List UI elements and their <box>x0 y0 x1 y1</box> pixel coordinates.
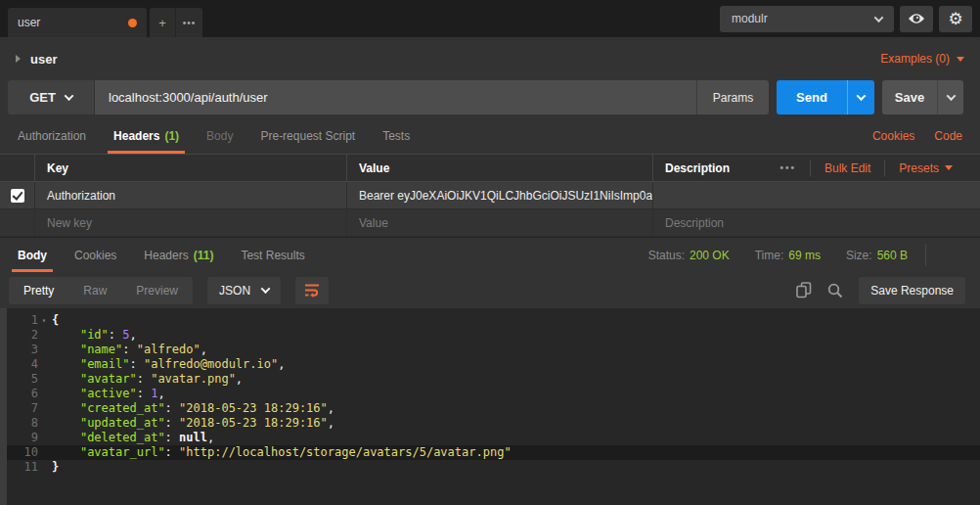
fold-spacer <box>38 401 50 416</box>
row-checkbox-checked[interactable] <box>11 189 24 203</box>
line-number: 7 <box>7 401 38 416</box>
cookies-link[interactable]: Cookies <box>872 129 914 143</box>
header-key-cell[interactable]: Authorization <box>35 182 347 208</box>
tab-authorization[interactable]: Authorization <box>4 117 100 154</box>
code-link[interactable]: Code <box>934 129 962 143</box>
send-label: Send <box>796 90 827 105</box>
copy-response-button[interactable] <box>796 282 812 298</box>
tab-pre-request-script[interactable]: Pre-request Script <box>246 117 369 154</box>
environment-select[interactable]: modulr <box>720 6 894 32</box>
line-number: 8 <box>7 416 38 431</box>
code-line: 1▾{ <box>7 313 980 328</box>
word-wrap-button[interactable] <box>295 277 329 304</box>
new-value-input[interactable]: Value <box>347 209 653 236</box>
request-tab-user[interactable]: user <box>8 8 147 37</box>
line-number: 1 <box>7 313 38 328</box>
code-text: "created_at": "2018-05-23 18:29:16", <box>50 401 334 416</box>
settings-button[interactable]: ⚙ <box>939 6 972 32</box>
examples-label: Examples (0) <box>880 52 950 66</box>
eye-icon <box>908 13 925 24</box>
headers-count-badge: (1) <box>164 129 179 143</box>
fold-spacer <box>38 372 50 387</box>
save-response-button[interactable]: Save Response <box>859 277 965 304</box>
code-line: 9 "deleted_at": null, <box>7 431 980 445</box>
tab-headers-label: Headers <box>113 129 159 143</box>
chevron-down-icon <box>874 13 884 23</box>
view-preview-label: Preview <box>136 284 178 298</box>
tab-tests[interactable]: Tests <box>369 117 423 154</box>
bulk-edit-link[interactable]: Bulk Edit <box>811 161 884 175</box>
send-button[interactable]: Send <box>777 80 847 115</box>
tab-authorization-label: Authorization <box>18 129 86 143</box>
fold-spacer <box>38 328 50 343</box>
plus-icon: + <box>158 16 166 30</box>
toolbar-right: Save Response <box>796 277 971 304</box>
tab-headers[interactable]: Headers (1) <box>100 117 193 154</box>
code-line: 5 "avatar": "avatar.png", <box>7 372 980 387</box>
size-label: Size: <box>846 249 872 262</box>
environment-quicklook-button[interactable] <box>900 6 933 32</box>
collapse-arrow-icon[interactable] <box>16 55 21 63</box>
new-description-input[interactable]: Description <box>653 209 980 236</box>
view-raw-button[interactable]: Raw <box>68 277 121 304</box>
view-preview-button[interactable]: Preview <box>121 277 193 304</box>
select-all-column <box>0 155 35 181</box>
size-value: 560 B <box>877 249 908 262</box>
view-pretty-label: Pretty <box>23 284 54 298</box>
save-button-group: Save <box>882 80 963 115</box>
send-options-button[interactable] <box>847 80 874 115</box>
fold-spacer <box>38 460 50 475</box>
table-more-icon[interactable]: ••• <box>766 162 810 173</box>
headers-table-header: Key Value Description ••• Bulk Edit Pres… <box>0 155 980 182</box>
response-tab-test-results[interactable]: Test Results <box>227 238 318 272</box>
chevron-down-icon <box>946 91 956 101</box>
response-tab-body[interactable]: Body <box>4 238 61 272</box>
view-pretty-button[interactable]: Pretty <box>9 277 68 304</box>
code-line: 7 "created_at": "2018-05-23 18:29:16", <box>7 401 980 416</box>
table-row-new: New key Value Description <box>0 209 980 237</box>
code-text: "name": "alfredo", <box>50 343 207 357</box>
method-value: GET <box>29 90 56 105</box>
url-input[interactable]: localhost:3000/api/auth/user <box>95 80 696 115</box>
line-number: 5 <box>7 372 38 387</box>
response-tab-headers[interactable]: Headers (11) <box>130 238 227 272</box>
new-tab-button[interactable]: + <box>150 8 176 37</box>
chevron-down-icon <box>261 284 271 294</box>
gear-icon: ⚙ <box>948 11 962 27</box>
fold-arrow-icon[interactable]: ▾ <box>38 313 50 328</box>
tab-body[interactable]: Body <box>193 117 246 154</box>
search-response-button[interactable] <box>827 283 843 298</box>
response-tab-cookies[interactable]: Cookies <box>61 238 130 272</box>
table-row: Authorization Bearer eyJ0eXAiOiJKV1QiLCJ… <box>0 182 980 209</box>
format-value: JSON <box>219 284 250 298</box>
size-badge: Size: 560 B <box>846 249 908 262</box>
bulk-edit-label: Bulk Edit <box>824 161 870 175</box>
response-body-editor[interactable]: 1▾{2 "id": 5,3 "name": "alfredo",4 "emai… <box>0 308 980 505</box>
status-value: 200 OK <box>690 249 730 262</box>
search-icon <box>827 283 843 298</box>
top-bar: user + ••• modulr ⚙ <box>0 0 980 37</box>
presets-dropdown[interactable]: Presets <box>885 161 966 175</box>
fold-spacer <box>38 343 50 357</box>
format-select[interactable]: JSON <box>207 277 281 304</box>
save-options-button[interactable] <box>937 80 963 115</box>
column-key: Key <box>35 155 347 181</box>
save-button[interactable]: Save <box>882 80 937 115</box>
word-wrap-icon <box>304 283 320 298</box>
code-line: 6 "active": 1, <box>7 387 980 401</box>
new-key-input[interactable]: New key <box>35 209 347 236</box>
tab-options-button[interactable]: ••• <box>176 8 202 37</box>
topbar-controls: modulr ⚙ <box>720 0 980 37</box>
examples-dropdown[interactable]: Examples (0) <box>880 52 964 66</box>
line-number: 4 <box>7 357 38 372</box>
response-meta: Status: 200 OK Time: 69 ms Size: 560 B <box>648 238 976 272</box>
header-value-cell[interactable]: Bearer eyJ0eXAiOiJKV1QiLCJhbGciOiJSUzI1N… <box>347 182 653 208</box>
code-text: "email": "alfredo@modulr.io", <box>50 357 285 372</box>
code-line: 4 "email": "alfredo@modulr.io", <box>7 357 980 372</box>
header-description-cell[interactable] <box>653 182 980 208</box>
table-header-controls: ••• Bulk Edit Presets <box>766 155 980 181</box>
response-headers-count-badge: (11) <box>194 249 214 262</box>
params-button[interactable]: Params <box>696 80 769 115</box>
method-select[interactable]: GET <box>8 80 94 115</box>
code-text: { <box>50 313 59 328</box>
